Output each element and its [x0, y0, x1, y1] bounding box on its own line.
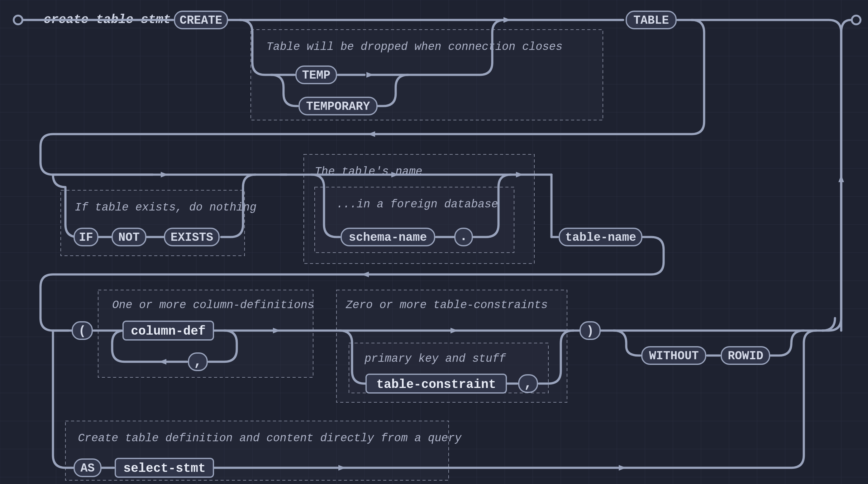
railroad-diagram: create-table-stmt Table will be dropped … [0, 0, 868, 484]
as-comment: Create table definition and content dire… [78, 432, 462, 445]
keyword-temporary: TEMPORARY [299, 97, 377, 115]
svg-text:TEMPORARY: TEMPORARY [306, 100, 370, 113]
tconstraint-outer-comment: Zero or more table-constraints [345, 299, 548, 312]
svg-text:AS: AS [81, 461, 95, 475]
svg-text:table-constraint: table-constraint [376, 378, 496, 392]
tconstraint-inner-comment: primary key and stuff [364, 352, 506, 365]
schema-comment: ...in a foreign database [337, 198, 498, 211]
end-terminal [852, 16, 861, 24]
svg-text:,: , [524, 376, 532, 391]
nonterminal-table-name: table-name [559, 228, 642, 246]
nonterminal-select-stmt: select-stmt [115, 458, 213, 477]
coldef-comment: One or more column-definitions [112, 299, 314, 312]
nonterminal-schema-name: schema-name [341, 228, 435, 246]
keyword-rparen: ) [580, 322, 600, 339]
start-terminal [14, 16, 23, 24]
keyword-exists: EXISTS [164, 228, 219, 246]
keyword-comma-coldef: , [188, 353, 207, 370]
keyword-temp: TEMP [296, 66, 337, 84]
svg-text:ROWID: ROWID [728, 349, 763, 363]
keyword-lparen: ( [72, 322, 92, 339]
svg-text:select-stmt: select-stmt [123, 461, 206, 476]
svg-text:TEMP: TEMP [302, 68, 330, 82]
svg-text:TABLE: TABLE [633, 14, 669, 27]
keyword-rowid: ROWID [721, 347, 770, 364]
svg-text:): ) [586, 324, 594, 338]
svg-text:,: , [194, 354, 202, 370]
temp-comment: Table will be dropped when connection cl… [267, 40, 563, 53]
keyword-create: CREATE [175, 11, 227, 29]
keyword-not: NOT [112, 228, 146, 246]
nonterminal-column-def: column-def [123, 321, 213, 340]
tablename-comment: The table's name [315, 165, 423, 178]
svg-text:schema-name: schema-name [349, 231, 427, 244]
svg-text:NOT: NOT [118, 231, 140, 244]
svg-text:WITHOUT: WITHOUT [649, 349, 699, 363]
keyword-table: TABLE [626, 11, 676, 29]
keyword-without: WITHOUT [642, 347, 706, 364]
keyword-if: IF [74, 228, 98, 246]
nonterminal-table-constraint: table-constraint [366, 374, 506, 393]
keyword-dot: . [455, 228, 472, 246]
keyword-comma-tconstraint: , [519, 375, 537, 392]
svg-text:(: ( [79, 324, 86, 338]
svg-text:table-name: table-name [565, 231, 636, 244]
svg-text:column-def: column-def [131, 324, 206, 338]
svg-text:.: . [460, 229, 468, 244]
svg-text:CREATE: CREATE [180, 14, 222, 27]
ifexists-comment: If table exists, do nothing [75, 201, 256, 214]
svg-text:IF: IF [79, 231, 93, 244]
svg-text:EXISTS: EXISTS [171, 231, 213, 244]
keyword-as: AS [74, 459, 101, 477]
